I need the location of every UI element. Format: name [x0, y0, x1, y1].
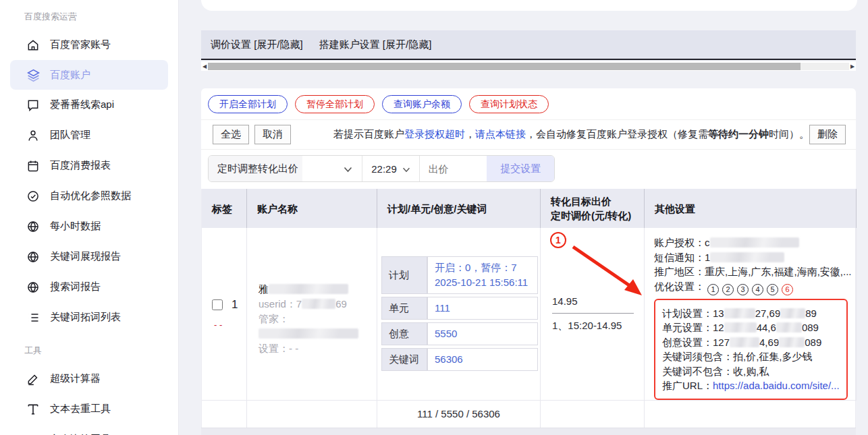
creative-settings-line: 创意设置：1274,69089 — [662, 335, 846, 350]
bid-control-row: 定时调整转化出价 22:29 提交设置 — [201, 150, 856, 189]
summary-cell-tag — [202, 401, 247, 428]
query-plan-status-button[interactable]: 查询计划状态 — [469, 95, 549, 113]
calendar-icon — [26, 158, 40, 173]
sidebar-item-label: 百度账户 — [50, 69, 90, 82]
summary-cell-bid — [541, 401, 645, 428]
globe-icon — [26, 280, 40, 295]
select-all-button[interactable]: 全选 — [213, 125, 249, 144]
unit-value-link[interactable]: 111 — [427, 297, 538, 320]
account-auth-line: 账户授权：c — [654, 235, 856, 250]
sidebar-item-label: 关键词展现报告 — [50, 250, 121, 263]
col-header-tag: 标签 — [202, 189, 247, 228]
opt-circled-1: 1 — [707, 284, 719, 295]
sidebar-item-hourly-data[interactable]: 每小时数据 — [0, 211, 178, 241]
pause-all-plans-button[interactable]: 暂停全部计划 — [295, 95, 375, 113]
person-icon — [26, 128, 40, 143]
row-checkbox[interactable] — [212, 299, 223, 310]
opt-circled-6: 6 — [782, 284, 793, 295]
text-tool-icon — [26, 402, 40, 417]
sidebar-item-keyword-impression-report[interactable]: 关键词展现报告 — [0, 241, 178, 272]
bid-input[interactable] — [420, 156, 487, 181]
scrollbar-track[interactable] — [208, 63, 849, 70]
horizontal-scrollbar[interactable]: ◀ ▶ — [201, 61, 856, 71]
plan-actions-row: 开启全部计划 暂停全部计划 查询账户余额 查询计划状态 — [201, 88, 856, 120]
sidebar-item-auto-optimize-data[interactable]: 自动优化参照数据 — [0, 181, 178, 211]
account-settings: 设置：- - — [259, 341, 377, 356]
plan-value-link[interactable]: 开启：0，暂停：72025-10-21 15:56:11 — [427, 256, 538, 294]
settings-collapse-bar: 调价设置 [展开/隐藏] 搭建账户设置 [展开/隐藏] — [201, 30, 856, 60]
optimize-settings-line: 优化设置： 123456 — [654, 279, 856, 295]
col-header-bid: 转化目标出价定时调价(元/转化) — [541, 189, 645, 228]
summary-totals: 111 / 5550 / 56306 — [377, 401, 541, 428]
sidebar-item-text-compare-tool[interactable]: 文本比较工具 — [0, 424, 178, 435]
chat-bubble-icon — [26, 98, 40, 113]
pricing-settings-toggle[interactable]: 调价设置 [展开/隐藏] — [211, 38, 303, 51]
scroll-right-icon[interactable]: ▶ — [849, 63, 856, 69]
sidebar-item-super-calculator[interactable]: 超级计算器 — [0, 364, 178, 394]
sms-notify-line: 短信通知：1 — [654, 250, 856, 265]
compare-icon — [26, 432, 40, 435]
tag-dashes: - - — [212, 320, 246, 330]
sidebar-item-team-management[interactable]: 团队管理 — [0, 120, 178, 150]
unit-label: 单元 — [381, 297, 427, 320]
sidebar-item-aifanfan-api[interactable]: 爱番番线索api — [0, 90, 178, 120]
accounts-panel: 开启全部计划 暂停全部计划 查询账户余额 查询计划状态 全选 取消 若提示百度账… — [201, 88, 856, 432]
promo-url-line: 推广URL：https://ada.baidu.com/site/... — [662, 378, 846, 393]
home-icon — [26, 38, 40, 53]
bid-adjust-control: 定时调整转化出价 22:29 提交设置 — [208, 155, 555, 182]
sidebar-item-label: 超级计算器 — [50, 372, 101, 385]
sidebar-item-keyword-expansion-list[interactable]: 关键词拓词列表 — [0, 302, 178, 332]
top-white-panel — [201, 0, 857, 11]
keyword-value-link[interactable]: 56306 — [427, 348, 538, 371]
creative-value-link[interactable]: 5550 — [427, 322, 538, 345]
sidebar-item-consumption-report[interactable]: 百度消费报表 — [0, 150, 178, 181]
auth-timeout-link[interactable]: 登录授权超时 — [404, 128, 465, 140]
sidebar-item-label: 百度消费报表 — [50, 159, 111, 172]
promo-url-link[interactable]: https://ada.baidu.com/site/... — [713, 380, 840, 391]
scroll-left-icon[interactable]: ◀ — [201, 63, 208, 69]
submit-settings-button[interactable]: 提交设置 — [487, 156, 554, 181]
sidebar-item-baidu-accounts[interactable]: 百度账户 — [10, 60, 168, 90]
sidebar-item-baidu-manager-account[interactable]: 百度管家账号 — [0, 30, 178, 60]
promo-region-line: 推广地区：重庆,上海,广东,福建,海南,安徽,... — [654, 264, 856, 279]
sidebar-item-text-dedup-tool[interactable]: 文本去重工具 — [0, 394, 178, 424]
globe-icon — [26, 250, 40, 264]
bid-input-wrap — [420, 156, 487, 181]
bid-mode-select[interactable] — [302, 156, 362, 181]
pencil-icon — [26, 372, 40, 386]
time-select[interactable]: 22:29 — [362, 156, 420, 181]
account-manager: 管家： — [259, 312, 377, 341]
delete-button[interactable]: 删除 — [809, 125, 846, 144]
keyword-exclude-line: 关键词不包含：收,购,私 — [662, 364, 846, 379]
chevron-down-icon — [402, 163, 410, 175]
account-cell: 雅 userid：769 管家： 设置：- - — [247, 228, 377, 401]
bid-cell: 14.95 1、15:20-14.95 — [541, 228, 645, 401]
query-balance-button[interactable]: 查询账户余额 — [382, 95, 462, 113]
opt-circled-3: 3 — [737, 284, 749, 295]
plan-label: 计划 — [381, 256, 427, 294]
sidebar-item-search-term-report[interactable]: 搜索词报告 — [0, 272, 178, 302]
col-header-account: 账户名称 — [247, 189, 377, 228]
time-value: 22:29 — [371, 163, 397, 175]
account-setup-settings-toggle[interactable]: 搭建账户设置 [展开/隐藏] — [319, 38, 432, 51]
table-footer-strip — [201, 428, 856, 435]
col-header-other: 其他设置 — [645, 189, 857, 228]
start-all-plans-button[interactable]: 开启全部计划 — [208, 95, 288, 113]
scrollbar-thumb[interactable] — [208, 63, 801, 70]
cancel-button[interactable]: 取消 — [254, 125, 291, 144]
selection-row: 全选 取消 若提示百度账户登录授权超时，请点本链接，会自动修复百度账户登录授权（… — [201, 120, 856, 150]
plan-settings-line: 计划设置：1327,6989 — [662, 306, 846, 321]
check-circle-icon — [26, 189, 40, 204]
summary-cell-account — [247, 401, 377, 428]
bid-mode-label: 定时调整转化出价 — [209, 156, 302, 181]
sidebar-section-search-ops: 百度搜索运营 — [0, 8, 178, 30]
keyword-label: 关键词 — [381, 348, 427, 371]
repair-link[interactable]: 请点本链接 — [475, 128, 526, 140]
sidebar-item-label: 爱番番线索api — [50, 98, 114, 111]
sidebar-item-label: 文本去重工具 — [50, 403, 111, 415]
layers-icon — [26, 67, 40, 82]
account-name: 雅 — [259, 282, 377, 297]
plan-stats-cell: 计划 开启：0，暂停：72025-10-21 15:56:11 单元 111 创… — [377, 228, 541, 401]
sidebar: 百度搜索运营 百度管家账号 百度账户 爱番番线索api 团队管理 百度消费报表 … — [0, 0, 179, 435]
summary-cell-other — [645, 401, 857, 428]
